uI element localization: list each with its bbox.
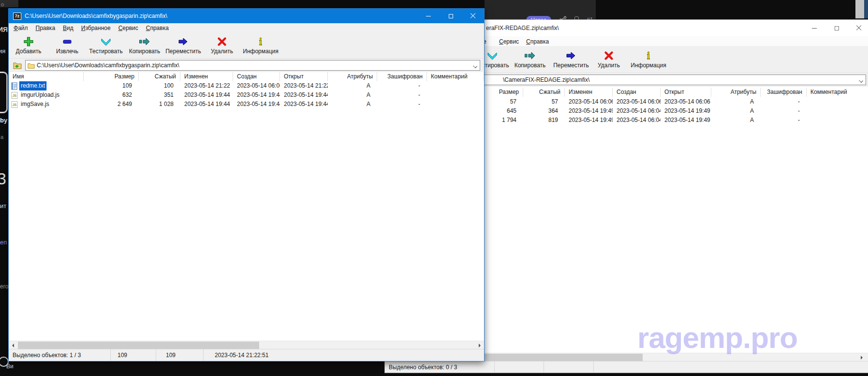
minimize-button[interactable]: [417, 9, 440, 23]
menu-item-help[interactable]: Справка: [142, 24, 173, 32]
titlebar-left[interactable]: 7z C:\Users\User\Downloads\camfixbygaspa…: [9, 9, 484, 23]
column-header-encrypted[interactable]: Зашифрован: [761, 88, 807, 97]
bg-text-fragment: его: [0, 283, 8, 290]
scroll-right-button[interactable]: [858, 353, 866, 361]
column-header-modified[interactable]: Изменен: [180, 72, 233, 81]
bg-text-fragment: 3: [0, 169, 6, 188]
column-header-created[interactable]: Создан: [233, 72, 280, 81]
scrollbar-thumb[interactable]: [18, 342, 259, 349]
status-modified: 2023-05-14 21:22:51: [203, 349, 484, 361]
menu-item-favorites[interactable]: Избранное: [77, 24, 115, 32]
extract-button[interactable]: Извлечь: [48, 33, 87, 58]
js-file-icon: JS: [11, 91, 18, 99]
info-button[interactable]: i Информация: [241, 33, 280, 58]
bg-phone-icon: [0, 72, 8, 113]
bg-text-fragment: ит: [0, 202, 6, 210]
address-path: \CameraFIX-REDAGE.zip\camfix\: [503, 76, 589, 83]
file-name: redme.txt: [19, 81, 46, 90]
test-button[interactable]: Тестировать: [87, 33, 125, 58]
column-header-encrypted[interactable]: Зашифрован: [377, 72, 427, 81]
menu-item-help[interactable]: Справка: [526, 37, 549, 46]
extract-icon: [62, 36, 73, 47]
scroll-right-button[interactable]: [476, 341, 484, 349]
menu-item-file[interactable]: Файл: [10, 24, 32, 32]
move-button[interactable]: Переместить: [552, 47, 590, 72]
7zip-window-left: 7z C:\Users\User\Downloads\camfixbygaspa…: [8, 8, 485, 361]
close-button[interactable]: [462, 9, 484, 23]
close-button[interactable]: [848, 20, 868, 36]
column-header-attributes[interactable]: Атрибуты: [328, 72, 377, 81]
menubar-left: Файл Правка Вид Избранное Сервис Справка: [9, 23, 484, 33]
test-icon: [101, 36, 111, 47]
add-icon: [23, 36, 34, 47]
move-icon: [178, 36, 189, 47]
move-icon: [566, 50, 577, 61]
menu-item-edit[interactable]: Правка: [32, 24, 59, 32]
column-headers-left: Имя Размер Сжатый Изменен Создан Открыт …: [9, 72, 484, 81]
file-name: imgurUpload.js: [19, 90, 61, 100]
menu-item-service[interactable]: Сервис: [115, 24, 142, 32]
column-header-name[interactable]: Имя: [9, 72, 84, 81]
bg-link-fragment[interactable]: еп: [0, 239, 7, 246]
column-header-packed[interactable]: Сжатый: [139, 72, 180, 81]
address-path: C:\Users\User\Downloads\camfixbygasparin…: [37, 62, 179, 69]
status-selected-count: Выделено объектов: 1 / 3: [9, 349, 110, 361]
bg-text-fragment: Ви: [6, 363, 14, 370]
svg-text:i: i: [259, 36, 262, 47]
bg-text-fragment: о: [1, 1, 4, 7]
maximize-button[interactable]: [440, 9, 462, 23]
test-icon: [487, 50, 498, 61]
menu-item-service[interactable]: Сервис: [499, 37, 519, 46]
svg-text:JS: JS: [13, 103, 17, 106]
maximize-button[interactable]: [825, 20, 848, 36]
status-cell: [544, 361, 593, 373]
info-icon: i: [255, 36, 266, 47]
add-button[interactable]: Добавить: [9, 33, 48, 58]
address-input[interactable]: C:\Users\User\Downloads\camfixbygasparin…: [25, 60, 480, 71]
svg-text:JS: JS: [13, 94, 17, 97]
column-header-comment[interactable]: Комментарий: [807, 88, 868, 97]
column-header-accessed[interactable]: Открыт: [661, 88, 711, 97]
chevron-down-icon[interactable]: [859, 78, 863, 83]
toolbar-left: Добавить Извлечь Тестировать Копировать …: [9, 33, 484, 59]
column-header-comment[interactable]: Комментарий: [427, 72, 484, 81]
7zip-app-icon: 7z: [13, 13, 21, 20]
js-file-icon: JS: [11, 101, 18, 108]
copy-button[interactable]: Копировать: [125, 33, 164, 58]
delete-button[interactable]: Удалить: [589, 47, 628, 72]
bg-text-fragment: by: [0, 117, 7, 124]
window-title: C:\Users\User\Downloads\camfixbygasparin…: [25, 13, 484, 19]
scroll-left-button[interactable]: [9, 341, 17, 349]
browser-scrollbar-fragment[interactable]: [855, 0, 864, 18]
window-title: eraFIX-REDAGE.zip\camfix\: [486, 25, 559, 31]
status-selected-count: Выделено объектов: 0 / 3: [385, 361, 494, 373]
column-header-created[interactable]: Создан: [613, 88, 661, 97]
column-header-size[interactable]: Размер: [84, 72, 139, 81]
statusbar-left: Выделено объектов: 1 / 3 109 109 2023-05…: [9, 349, 484, 361]
copy-icon: [524, 50, 536, 61]
file-row[interactable]: JS imgSave.js 2 649 1 028 2023-05-14 19:…: [9, 100, 484, 109]
delete-icon: [217, 36, 227, 47]
minimize-button[interactable]: [803, 20, 825, 36]
delete-button[interactable]: Удалить: [203, 33, 241, 58]
menu-item-view[interactable]: Вид: [59, 24, 77, 32]
copy-icon: [139, 36, 150, 47]
column-header-attributes[interactable]: Атрибуты: [711, 88, 761, 97]
chevron-down-icon[interactable]: [473, 64, 477, 68]
horizontal-scrollbar-left[interactable]: [9, 341, 484, 349]
file-row-selected[interactable]: redme.txt 109 100 2023-05-14 21:22 2023-…: [9, 81, 484, 90]
text-file-icon: [11, 82, 18, 90]
copy-button[interactable]: Копировать: [511, 47, 549, 72]
statusbar-right: Выделено объектов: 0 / 3: [385, 361, 868, 373]
column-header-packed[interactable]: Сжатый: [523, 88, 565, 97]
column-header-accessed[interactable]: Открыт: [280, 72, 328, 81]
column-header-modified[interactable]: Изменен: [565, 88, 613, 97]
info-button[interactable]: i Информация: [629, 47, 668, 72]
addressbar-left: C:\Users\User\Downloads\camfixbygasparin…: [9, 59, 484, 72]
status-size: 109: [110, 349, 156, 361]
up-one-level-button[interactable]: [12, 60, 23, 71]
status-packed: 109: [156, 349, 203, 361]
file-row[interactable]: JS imgurUpload.js 632 351 2023-05-14 19:…: [9, 90, 484, 100]
move-button[interactable]: Переместить: [164, 33, 203, 58]
folder-up-icon: [13, 61, 22, 69]
